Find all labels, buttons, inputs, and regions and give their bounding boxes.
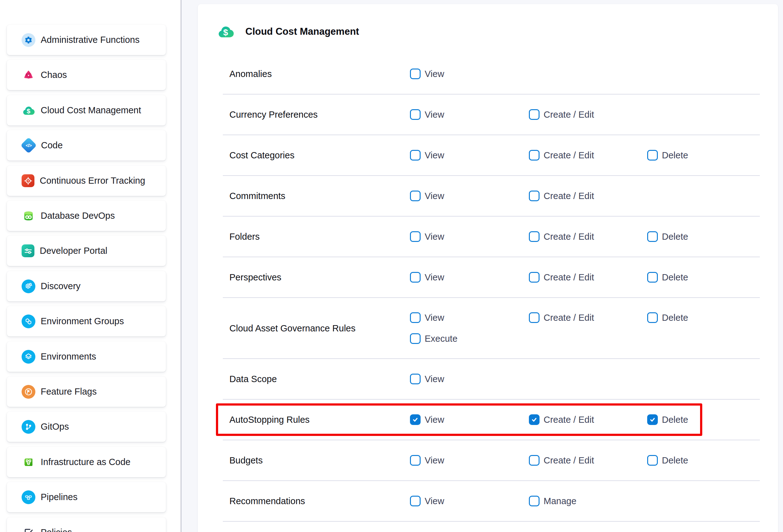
permission-row-label: Commitments xyxy=(229,191,285,201)
checkbox-unchecked[interactable] xyxy=(529,109,539,120)
budgets-create-edit-checkbox[interactable]: Create / Edit xyxy=(529,455,594,466)
sidebar-item-gitops[interactable]: GitOps xyxy=(7,411,166,442)
permission-row-currency-preferences: Currency Preferences View Create / Edit xyxy=(198,94,778,135)
chaos-pinwheel-icon xyxy=(22,68,35,82)
card-title: Cloud Cost Management xyxy=(245,26,359,37)
cost-categories-create-edit-checkbox[interactable]: Create / Edit xyxy=(529,150,594,160)
sliders-icon xyxy=(22,244,34,257)
cloud-dollar-icon: $ xyxy=(217,23,235,41)
sidebar-item-label: GitOps xyxy=(41,421,69,432)
checkbox-checked[interactable] xyxy=(647,414,658,425)
checkbox-unchecked[interactable] xyxy=(529,312,539,323)
sidebar-item-label: Environment Groups xyxy=(41,316,124,326)
checkbox-unchecked[interactable] xyxy=(410,455,420,466)
checkbox-checked[interactable] xyxy=(529,414,539,425)
permission-row-perspectives: Perspectives View Create / Edit Delete xyxy=(198,257,778,298)
permission-row-autostopping-rules: AutoStopping Rules View Create / Edit De… xyxy=(198,399,778,440)
checkbox-checked[interactable] xyxy=(410,414,420,425)
sidebar-item-pipelines[interactable]: Pipelines xyxy=(7,482,166,512)
permission-row-label: Currency Preferences xyxy=(229,109,318,120)
autostopping-delete-checkbox[interactable]: Delete xyxy=(647,414,688,425)
permission-row-recommendations: Recommendations View Manage xyxy=(198,481,778,521)
checkbox-unchecked[interactable] xyxy=(647,150,658,160)
folders-delete-checkbox[interactable]: Delete xyxy=(647,231,688,242)
checkbox-unchecked[interactable] xyxy=(529,455,539,466)
data-scope-view-checkbox[interactable]: View xyxy=(410,374,444,384)
sidebar-item-environments[interactable]: Environments xyxy=(7,341,166,372)
perspectives-view-checkbox[interactable]: View xyxy=(410,272,444,283)
hexagon-search-icon xyxy=(22,279,35,293)
svg-text:$: $ xyxy=(27,107,30,115)
governance-execute-checkbox[interactable]: Execute xyxy=(410,333,458,344)
permission-row-label: Budgets xyxy=(229,455,262,466)
permission-row-label: Recommendations xyxy=(229,496,305,506)
checkbox-unchecked[interactable] xyxy=(529,496,539,506)
cost-categories-delete-checkbox[interactable]: Delete xyxy=(647,150,688,160)
checkbox-unchecked[interactable] xyxy=(410,374,420,384)
currency-preferences-view-checkbox[interactable]: View xyxy=(410,109,444,120)
circuit-icon xyxy=(22,455,35,469)
governance-view-checkbox[interactable]: View xyxy=(410,312,444,323)
checkbox-unchecked[interactable] xyxy=(410,496,420,506)
sidebar-item-environment-groups[interactable]: Environment Groups xyxy=(7,306,166,336)
permissions-screen: Administrative Functions Chaos $ Cloud C… xyxy=(0,0,783,532)
checkbox-unchecked[interactable] xyxy=(529,191,539,201)
permission-row-data-scope: Data Scope View xyxy=(198,358,778,399)
checkbox-unchecked[interactable] xyxy=(410,312,420,323)
governance-delete-checkbox[interactable]: Delete xyxy=(647,312,688,323)
sidebar-item-code[interactable]: </> Code xyxy=(7,130,166,160)
permission-row-budgets: Budgets View Create / Edit Delete xyxy=(198,440,778,481)
sidebar-item-cloud-cost-management[interactable]: $ Cloud Cost Management xyxy=(7,95,166,125)
sidebar-item-chaos[interactable]: Chaos xyxy=(7,60,166,90)
currency-preferences-create-edit-checkbox[interactable]: Create / Edit xyxy=(529,109,594,120)
governance-create-edit-checkbox[interactable]: Create / Edit xyxy=(529,312,594,323)
sidebar-item-label: Chaos xyxy=(41,70,67,80)
budgets-delete-checkbox[interactable]: Delete xyxy=(647,455,688,466)
sidebar-item-discovery[interactable]: Discovery xyxy=(7,271,166,301)
cloud-dollar-icon: $ xyxy=(22,103,35,117)
sidebar-item-label: Code xyxy=(41,140,63,151)
perspectives-create-edit-checkbox[interactable]: Create / Edit xyxy=(529,272,594,283)
sidebar-divider xyxy=(181,0,182,532)
checkbox-unchecked[interactable] xyxy=(529,272,539,283)
sidebar-item-policies[interactable]: Policies xyxy=(7,517,166,532)
folders-view-checkbox[interactable]: View xyxy=(410,231,444,242)
sidebar-item-continuous-error-tracking[interactable]: Continuous Error Tracking xyxy=(7,165,166,196)
perspectives-delete-checkbox[interactable]: Delete xyxy=(647,272,688,283)
cost-categories-view-checkbox[interactable]: View xyxy=(410,150,444,160)
target-icon xyxy=(22,174,34,187)
sidebar-item-administrative-functions[interactable]: Administrative Functions xyxy=(7,25,166,55)
checkbox-unchecked[interactable] xyxy=(410,150,420,160)
code-brackets-icon: </> xyxy=(20,137,37,153)
permission-row-label: Anomalies xyxy=(229,69,272,79)
checkbox-unchecked[interactable] xyxy=(647,231,658,242)
checkbox-unchecked[interactable] xyxy=(647,272,658,283)
commitments-view-checkbox[interactable]: View xyxy=(410,191,444,201)
autostopping-view-checkbox[interactable]: View xyxy=(410,414,444,425)
checkbox-unchecked[interactable] xyxy=(647,455,658,466)
sidebar-item-feature-flags[interactable]: Feature Flags xyxy=(7,376,166,407)
recommendations-manage-checkbox[interactable]: Manage xyxy=(529,496,576,506)
database-infinity-icon xyxy=(22,209,35,223)
checkbox-unchecked[interactable] xyxy=(647,312,658,323)
checkbox-unchecked[interactable] xyxy=(410,272,420,283)
anomalies-view-checkbox[interactable]: View xyxy=(410,68,444,79)
sidebar-item-database-devops[interactable]: Database DevOps xyxy=(7,200,166,231)
commitments-create-edit-checkbox[interactable]: Create / Edit xyxy=(529,191,594,201)
checkbox-unchecked[interactable] xyxy=(529,231,539,242)
checkbox-unchecked[interactable] xyxy=(410,333,420,344)
sidebar-item-developer-portal[interactable]: Developer Portal xyxy=(7,236,166,266)
checkbox-unchecked[interactable] xyxy=(410,68,420,79)
sidebar-item-infrastructure-as-code[interactable]: Infrastructure as Code xyxy=(7,447,166,477)
budgets-view-checkbox[interactable]: View xyxy=(410,455,444,466)
checkbox-unchecked[interactable] xyxy=(410,231,420,242)
checkbox-unchecked[interactable] xyxy=(410,109,420,120)
cloud-cost-management-permissions-card: $ Cloud Cost Management Anomalies View C… xyxy=(198,4,778,532)
checkbox-unchecked[interactable] xyxy=(410,191,420,201)
folders-create-edit-checkbox[interactable]: Create / Edit xyxy=(529,231,594,242)
sidebar-item-label: Cloud Cost Management xyxy=(41,105,141,116)
autostopping-create-edit-checkbox[interactable]: Create / Edit xyxy=(529,414,594,425)
git-branch-icon xyxy=(22,420,35,434)
checkbox-unchecked[interactable] xyxy=(529,150,539,160)
recommendations-view-checkbox[interactable]: View xyxy=(410,496,444,506)
